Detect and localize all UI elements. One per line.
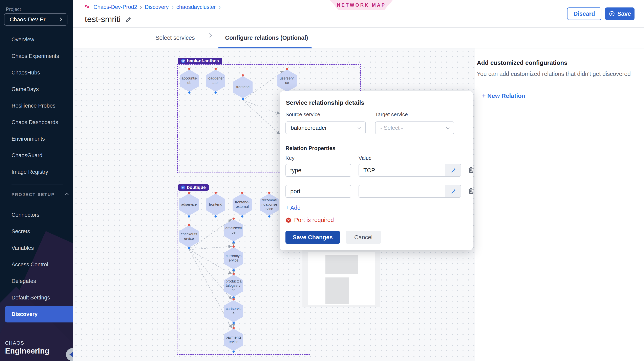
service-node-cartservice[interactable]: cartservice xyxy=(224,300,243,322)
sidebar-item-resilience-probes[interactable]: Resilience Probes xyxy=(0,97,73,114)
brand-engineering: Engineering xyxy=(5,347,50,355)
breadcrumb-separator: › xyxy=(140,4,142,10)
sidebar-item-overview[interactable]: Overview xyxy=(0,31,73,48)
service-node-frontend[interactable]: frontend xyxy=(206,194,225,216)
egress-port-dot[interactable] xyxy=(214,91,217,94)
cluster-name: bank-of-anthos xyxy=(187,58,219,63)
property-key-input[interactable] xyxy=(286,185,351,198)
sidebar-item-chaos-dashboards[interactable]: Chaos Dashboards xyxy=(0,114,73,131)
service-node-frontend-external[interactable]: frontend-external xyxy=(232,194,252,216)
cluster-name: boutique xyxy=(187,185,206,190)
brand-logo: CHAOS Engineering xyxy=(5,340,50,355)
save-button[interactable]: Save xyxy=(605,7,634,20)
sidebar-item-image-registry[interactable]: Image Registry xyxy=(0,164,73,180)
property-value-input[interactable] xyxy=(359,164,445,176)
save-changes-button[interactable]: Save Changes xyxy=(286,231,340,244)
kubernetes-icon xyxy=(181,185,185,190)
service-node-checkoutservice[interactable]: checkoutservice xyxy=(179,225,199,248)
tab-configure-relations[interactable]: Configure relations (Optional) xyxy=(225,28,308,48)
sidebar-item-secrets[interactable]: Secrets xyxy=(0,223,73,240)
ingress-port-dot[interactable] xyxy=(286,68,288,70)
ingress-port-dot[interactable] xyxy=(232,298,235,301)
service-node-adservice[interactable]: adservice xyxy=(179,194,199,216)
egress-port-dot[interactable] xyxy=(232,351,235,353)
ingress-port-dot[interactable] xyxy=(232,327,235,329)
ingress-port-dot[interactable] xyxy=(188,68,190,70)
sidebar: Project Chaos-Dev-Pr... OverviewChaos Ex… xyxy=(0,0,73,361)
chevron-right-icon xyxy=(58,17,62,21)
discard-button[interactable]: Discard xyxy=(567,7,602,20)
service-node-accounts-db[interactable]: accounts-db xyxy=(180,70,199,92)
delete-property-button[interactable] xyxy=(467,187,476,196)
ingress-port-dot[interactable] xyxy=(232,245,235,248)
service-node-recommendationservice[interactable]: recommendationservice xyxy=(260,194,279,216)
sidebar-item-environments[interactable]: Environments xyxy=(0,131,73,147)
active-tab-underline xyxy=(218,47,312,48)
service-node-currencyservice[interactable]: currencyservice xyxy=(224,247,243,269)
modal-title: Service relationship details xyxy=(286,99,364,106)
sidebar-item-variables[interactable]: Variables xyxy=(0,240,73,256)
egress-port-dot[interactable] xyxy=(232,241,235,243)
project-selector[interactable]: Chaos-Dev-Pr... xyxy=(4,13,68,26)
ingress-port-dot[interactable] xyxy=(232,218,235,220)
service-node-productcatalogservice[interactable]: productcatalogservice xyxy=(224,275,243,297)
egress-port-dot[interactable] xyxy=(188,215,190,218)
pin-value-button[interactable] xyxy=(445,164,461,176)
sidebar-item-chaosguard[interactable]: ChaosGuard xyxy=(0,147,73,164)
tab-select-services[interactable]: Select services xyxy=(156,28,195,48)
service-node-frontend[interactable]: frontend xyxy=(233,76,252,98)
minimap[interactable] xyxy=(302,248,380,307)
ingress-port-dot[interactable] xyxy=(188,224,190,226)
sidebar-item-access-control[interactable]: Access Control xyxy=(0,256,73,273)
ingress-port-dot[interactable] xyxy=(268,192,270,194)
breadcrumb-project[interactable]: Chaos-Dev-Prod2 xyxy=(94,4,137,10)
breadcrumb-discovery[interactable]: Discovery xyxy=(145,4,169,10)
egress-port-dot[interactable] xyxy=(232,269,235,271)
project-setup-section[interactable]: PROJECT SETUP xyxy=(12,192,68,197)
service-node-loadgenerator[interactable]: loadgenerator xyxy=(206,70,225,92)
property-row-1 xyxy=(286,164,467,177)
ingress-port-dot[interactable] xyxy=(214,68,217,70)
cancel-button[interactable]: Cancel xyxy=(346,231,381,244)
egress-port-dot[interactable] xyxy=(242,98,244,100)
ingress-port-dot[interactable] xyxy=(214,192,217,194)
sidebar-item-chaos-experiments[interactable]: Chaos Experiments xyxy=(0,48,73,64)
sidebar-item-connectors[interactable]: Connectors xyxy=(0,207,73,223)
property-value-input[interactable] xyxy=(359,185,445,197)
sidebar-item-gamedays[interactable]: GameDays xyxy=(0,81,73,97)
service-node-userservice[interactable]: userservice xyxy=(278,70,297,92)
run-save-icon xyxy=(609,10,615,17)
sidebar-item-delegates[interactable]: Delegates xyxy=(0,273,73,289)
sidebar-item-default-settings[interactable]: Default Settings xyxy=(0,289,73,306)
ingress-port-dot[interactable] xyxy=(241,192,244,194)
sidebar-item-chaoshubs[interactable]: ChaosHubs xyxy=(0,64,73,81)
ingress-port-dot[interactable] xyxy=(232,273,235,275)
service-hexagon: emailservice xyxy=(224,219,243,242)
breadcrumb-cluster[interactable]: chaosdaycluster xyxy=(176,4,216,10)
delete-property-button[interactable] xyxy=(467,166,476,175)
delete-icon xyxy=(467,187,475,195)
service-hexagon: recommendationservice xyxy=(260,194,279,216)
egress-port-dot[interactable] xyxy=(188,91,190,94)
egress-port-dot[interactable] xyxy=(241,215,244,218)
egress-port-dot[interactable] xyxy=(268,215,270,218)
pin-value-button[interactable] xyxy=(445,185,461,197)
property-value-group xyxy=(358,185,461,198)
ingress-port-dot[interactable] xyxy=(242,74,244,76)
ingress-port-dot[interactable] xyxy=(188,192,190,194)
brand-chaos: CHAOS xyxy=(5,340,50,346)
sidebar-item-discovery[interactable]: Discovery xyxy=(5,306,73,323)
target-service-select[interactable]: - Select - xyxy=(375,121,454,134)
source-service-select[interactable]: balancereader xyxy=(286,121,366,134)
property-key-input[interactable] xyxy=(286,164,351,177)
edit-title-icon[interactable] xyxy=(126,16,132,22)
egress-port-dot[interactable] xyxy=(232,322,235,324)
add-property-button[interactable]: + Add xyxy=(286,205,300,211)
new-relation-button[interactable]: + New Relation xyxy=(482,92,525,99)
service-node-paymentservice[interactable]: paymentservice xyxy=(224,329,243,351)
cluster-badge-boutique[interactable]: boutique xyxy=(178,184,209,191)
egress-port-dot[interactable] xyxy=(188,247,190,249)
egress-port-dot[interactable] xyxy=(214,215,217,218)
service-node-emailservice[interactable]: emailservice xyxy=(224,219,243,242)
cluster-badge-bank-of-anthos[interactable]: bank-of-anthos xyxy=(178,58,222,64)
